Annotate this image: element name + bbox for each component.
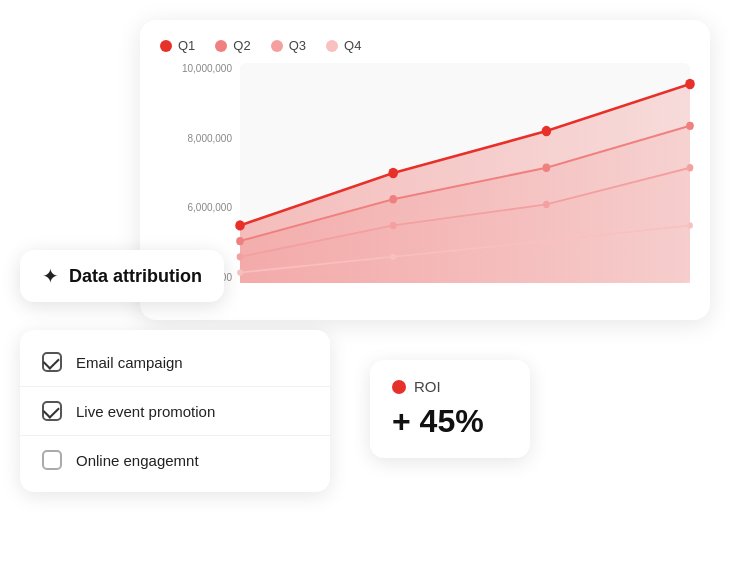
roi-header: ROI (392, 378, 508, 395)
y-axis-label: 8,000,000 (160, 133, 240, 144)
legend-dot (271, 40, 283, 52)
svg-point-11 (687, 164, 694, 171)
chart-legend: Q1Q2Q3Q4 (160, 38, 690, 53)
checklist-item-label: Online engagemnt (76, 452, 199, 469)
chart-plot (240, 63, 690, 283)
attribution-icon: ✦ (42, 264, 59, 288)
checkbox-checked[interactable] (42, 401, 62, 421)
svg-point-7 (686, 122, 694, 130)
legend-item-q3: Q3 (271, 38, 306, 53)
svg-point-9 (390, 222, 397, 229)
checkbox-unchecked[interactable] (42, 450, 62, 470)
chart-area: 10,000,0008,000,0006,000,0004,000,000 (160, 63, 690, 293)
legend-dot (326, 40, 338, 52)
roi-value: + 45% (392, 403, 508, 440)
attribution-label: Data attribution (69, 266, 202, 287)
checklist-item-label: Live event promotion (76, 403, 215, 420)
roi-dot (392, 380, 406, 394)
svg-point-10 (543, 201, 550, 208)
svg-point-13 (390, 254, 396, 260)
legend-label: Q2 (233, 38, 250, 53)
checklist-item-label: Email campaign (76, 354, 183, 371)
svg-point-1 (388, 168, 398, 178)
checklist-item: Email campaign (20, 338, 330, 387)
checklist-card: Email campaignLive event promotionOnline… (20, 330, 330, 492)
svg-point-2 (542, 126, 552, 136)
svg-point-15 (687, 222, 693, 228)
legend-label: Q3 (289, 38, 306, 53)
svg-point-6 (543, 164, 551, 172)
legend-label: Q4 (344, 38, 361, 53)
svg-point-3 (685, 79, 695, 89)
attribution-card: ✦ Data attribution (20, 250, 224, 302)
roi-card: ROI + 45% (370, 360, 530, 458)
legend-item-q1: Q1 (160, 38, 195, 53)
legend-item-q4: Q4 (326, 38, 361, 53)
y-axis-label: 10,000,000 (160, 63, 240, 74)
legend-dot (215, 40, 227, 52)
legend-item-q2: Q2 (215, 38, 250, 53)
svg-point-14 (544, 238, 550, 244)
checkbox-checked[interactable] (42, 352, 62, 372)
checklist-item: Online engagemnt (20, 436, 330, 484)
legend-dot (160, 40, 172, 52)
chart-card: Q1Q2Q3Q4 10,000,0008,000,0006,000,0004,0… (140, 20, 710, 320)
legend-label: Q1 (178, 38, 195, 53)
svg-point-4 (236, 237, 244, 245)
y-axis-label: 6,000,000 (160, 202, 240, 213)
svg-point-12 (237, 269, 243, 275)
svg-point-8 (237, 253, 244, 260)
checklist-item: Live event promotion (20, 387, 330, 436)
svg-point-5 (389, 195, 397, 203)
roi-label: ROI (414, 378, 441, 395)
svg-point-0 (235, 220, 245, 230)
